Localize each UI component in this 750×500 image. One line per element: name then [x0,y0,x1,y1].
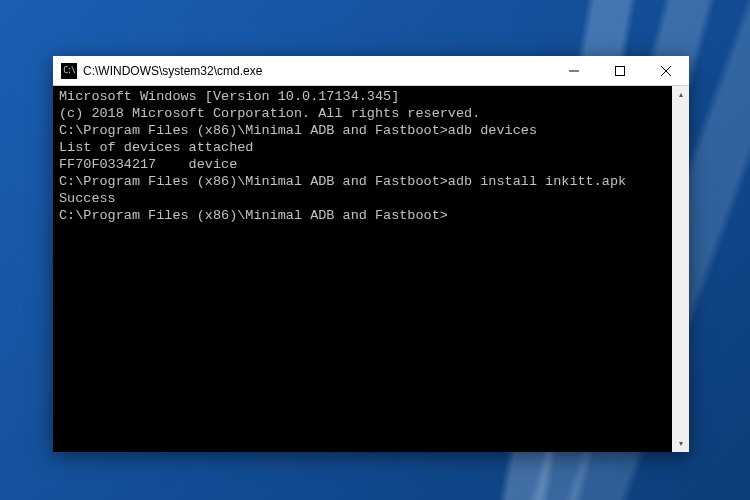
minimize-icon [569,66,579,76]
scroll-track[interactable] [672,103,689,435]
maximize-icon [615,66,625,76]
console-line: FF70F0334217 device [59,156,683,173]
console-line: (c) 2018 Microsoft Corporation. All righ… [59,105,683,122]
svg-rect-1 [616,66,625,75]
console-line: List of devices attached [59,139,683,156]
window-title: C:\WINDOWS\system32\cmd.exe [83,64,551,78]
cmd-icon: C:\ [61,63,77,79]
console-line: Success [59,190,683,207]
console-line: Microsoft Windows [Version 10.0.17134.34… [59,88,683,105]
cmd-window: C:\ C:\WINDOWS\system32\cmd.exe Microsof… [53,56,689,452]
scroll-down-arrow-icon[interactable]: ▾ [672,435,689,452]
console-line: C:\Program Files (x86)\Minimal ADB and F… [59,173,683,190]
close-button[interactable] [643,56,689,86]
scrollbar[interactable]: ▴ ▾ [672,86,689,452]
minimize-button[interactable] [551,56,597,86]
scroll-up-arrow-icon[interactable]: ▴ [672,86,689,103]
console-line: C:\Program Files (x86)\Minimal ADB and F… [59,207,683,224]
maximize-button[interactable] [597,56,643,86]
close-icon [661,66,671,76]
titlebar[interactable]: C:\ C:\WINDOWS\system32\cmd.exe [53,56,689,86]
console-output[interactable]: Microsoft Windows [Version 10.0.17134.34… [53,86,689,452]
console-line: C:\Program Files (x86)\Minimal ADB and F… [59,122,683,139]
